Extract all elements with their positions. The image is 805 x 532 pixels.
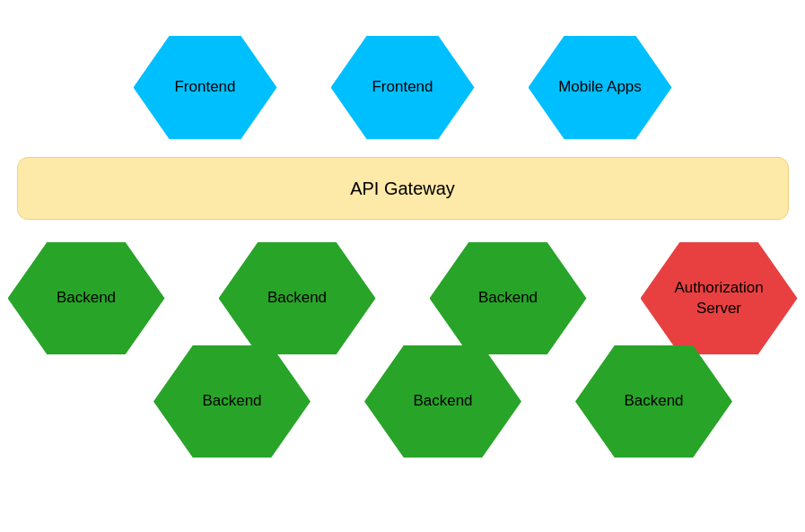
backend-2-hex: Backend — [219, 242, 376, 354]
frontend-2-label: Frontend — [372, 77, 433, 97]
backend-5-wrapper: Backend — [364, 345, 521, 458]
backend-6-wrapper: Backend — [575, 345, 732, 458]
frontend-1-label: Frontend — [174, 77, 235, 97]
backend-1-wrapper: Backend — [8, 242, 165, 354]
auth-server-label: AuthorizationServer — [674, 278, 763, 318]
backend-6-label: Backend — [624, 391, 683, 411]
mobile-apps-hex: Mobile Apps — [529, 36, 672, 139]
backend-4-label: Backend — [202, 391, 261, 411]
frontend-row: Frontend Frontend Mobile Apps — [18, 36, 787, 139]
backend-row-2: Backend Backend Backend — [58, 345, 805, 458]
frontend-1-wrapper: Frontend — [134, 36, 277, 139]
backend-6-hex: Backend — [575, 345, 732, 458]
frontend-2-wrapper: Frontend — [331, 36, 475, 139]
mobile-apps-label: Mobile Apps — [558, 77, 642, 97]
auth-server-wrapper: AuthorizationServer — [641, 242, 798, 354]
api-gateway-bar: API Gateway — [17, 157, 789, 220]
backend-1-label: Backend — [57, 288, 116, 308]
backend-row-1: Backend Backend Backend AuthorizationSer… — [18, 242, 787, 354]
backend-3-hex: Backend — [430, 242, 587, 354]
api-gateway-label: API Gateway — [350, 179, 455, 199]
mobile-apps-wrapper: Mobile Apps — [529, 36, 672, 139]
backend-2-wrapper: Backend — [219, 242, 376, 354]
auth-server-hex: AuthorizationServer — [641, 242, 798, 354]
architecture-diagram: Frontend Frontend Mobile Apps API Gatewa… — [0, 0, 805, 532]
backend-4-hex: Backend — [153, 345, 311, 458]
backend-4-wrapper: Backend — [153, 345, 311, 458]
backend-5-label: Backend — [413, 391, 472, 411]
frontend-1-hex: Frontend — [134, 36, 277, 139]
backend-3-label: Backend — [478, 288, 538, 308]
backend-3-wrapper: Backend — [430, 242, 587, 354]
backend-5-hex: Backend — [364, 345, 521, 458]
backend-2-label: Backend — [267, 288, 327, 308]
frontend-2-hex: Frontend — [331, 36, 475, 139]
backend-1-hex: Backend — [8, 242, 165, 354]
